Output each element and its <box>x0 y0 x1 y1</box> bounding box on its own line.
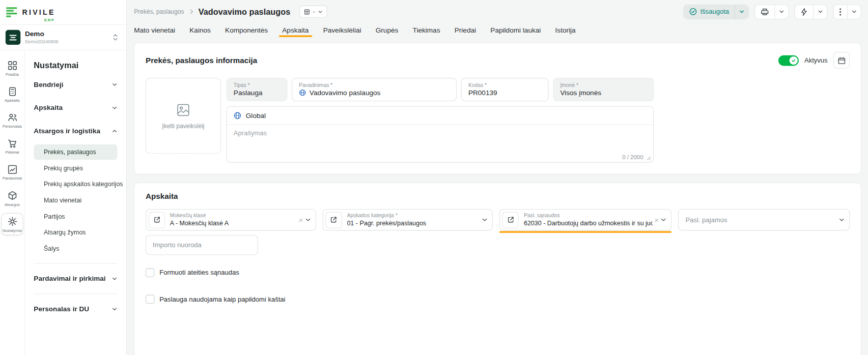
open-external-button[interactable] <box>325 212 342 228</box>
select-mokesciu-klase[interactable]: Mokesčių klasė A - Mokesčių klasė A × <box>146 209 316 230</box>
clear-icon[interactable]: × <box>653 216 660 224</box>
chevron-down-icon <box>851 9 857 14</box>
globe-icon <box>234 112 241 120</box>
actions-dropdown[interactable] <box>813 5 827 18</box>
chevron-up-icon <box>112 128 118 134</box>
save-options-dropdown[interactable] <box>735 5 748 18</box>
tab-istorija[interactable]: Istorija <box>548 23 582 37</box>
external-link-icon <box>153 216 160 223</box>
actions-button[interactable] <box>794 4 827 19</box>
description-placeholder: Aprašymas <box>234 129 267 137</box>
sidebar-item-prekiu-grupes[interactable]: Prekių grupės <box>34 160 117 175</box>
sidebar-item-prekiu-apskaitos-kategorijos[interactable]: Prekių apskaitos kategorijos <box>34 176 117 192</box>
external-link-icon <box>330 216 337 223</box>
image-upload-dropzone[interactable]: Įkelti paveikslėlį <box>146 78 221 154</box>
workspace-switcher[interactable]: Demo Demo20240906 <box>0 24 126 50</box>
chevron-down-icon <box>305 217 311 223</box>
rail-item-personalas[interactable]: Personalas <box>1 109 23 131</box>
checkbox-formuoti-ateities-sanaudas[interactable]: Formuoti ateities sąnaudas <box>146 268 850 277</box>
kebab-menu-icon <box>839 8 841 16</box>
tab-mato-vienetai[interactable]: Mato vienetai <box>134 23 182 37</box>
print-options-dropdown[interactable] <box>774 5 788 18</box>
divider <box>34 293 117 294</box>
more-menu-button[interactable] <box>833 4 861 19</box>
rail-item-nustatymai[interactable]: Nustatymai <box>1 213 23 235</box>
checkbox-paslauga-papildomi-kastai[interactable]: Paslauga naudojama kaip papildomi kaštai <box>146 295 850 304</box>
accounting-card: Apskaita Mokesčių klasė A - Mokesčių kla… <box>134 183 861 355</box>
chevron-down-icon <box>482 217 488 223</box>
description-language-selector[interactable]: Global <box>227 107 653 125</box>
sidebar-section-personalas-ir-du[interactable]: Personalas ir DU <box>34 298 121 321</box>
check-circle-icon <box>689 8 697 15</box>
chevron-updown-icon[interactable] <box>110 32 121 43</box>
tab-apskaita[interactable]: Apskaita <box>275 23 316 37</box>
calculator-icon <box>7 86 18 97</box>
clear-icon[interactable]: × <box>297 216 304 224</box>
open-external-button[interactable] <box>502 212 519 228</box>
divider <box>34 263 117 264</box>
product-info-card: Prekės, paslaugos informacija Aktyvus <box>134 43 861 174</box>
open-external-button[interactable] <box>148 212 165 228</box>
sidebar: RIVILE ERP Demo Demo20240906 Pradžia <box>0 0 127 355</box>
topbar-actions: Išsaugota <box>683 4 861 19</box>
sidebar-item-prekes-paslaugos[interactable]: Prekės, paslaugos <box>34 144 117 160</box>
page-title: Vadovavimo paslaugos <box>199 7 290 16</box>
sidebar-nav: Pradžia Apskaita Personalas Pirkimai Par… <box>0 50 126 355</box>
saved-label: Išsaugota <box>700 8 729 15</box>
breadcrumb[interactable]: Prekės, paslaugos <box>134 8 184 15</box>
select-apskaitos-kategorija[interactable]: Apskaitos kategorija * 01 - Pagr. prekės… <box>323 209 493 230</box>
chevron-down-icon <box>818 9 823 14</box>
tab-paveiksleliai[interactable]: Paveikslėliai <box>316 23 369 37</box>
more-menu-dropdown[interactable] <box>847 5 861 18</box>
gear-icon <box>7 216 18 227</box>
app-root: RIVILE ERP Demo Demo20240906 Pradžia <box>0 0 868 355</box>
workspace-avatar <box>6 30 20 45</box>
chevron-down-icon <box>838 217 845 223</box>
calendar-button[interactable] <box>833 52 850 69</box>
chevron-down-icon <box>112 105 118 111</box>
chevron-down-icon <box>112 276 118 282</box>
sidebar-item-atsargu-zymos[interactable]: Atsargų žymos <box>34 224 117 240</box>
tab-papildomi-laukai[interactable]: Papildomi laukai <box>483 23 548 37</box>
tab-bar: Mato vienetai Kainos Komponentės Apskait… <box>127 23 868 37</box>
sidebar-item-mato-vienetai[interactable]: Mato vienetai <box>34 192 117 208</box>
description-textarea[interactable]: Aprašymas <box>227 125 653 154</box>
select-pasl-pajamos[interactable]: Pasl. pajamos <box>678 209 850 230</box>
view-selector[interactable]: - <box>300 6 327 18</box>
home-grid-icon <box>7 61 18 71</box>
resize-handle[interactable] <box>647 156 651 161</box>
tab-grupes[interactable]: Grupės <box>369 23 406 37</box>
rail-item-apskaita[interactable]: Apskaita <box>1 83 23 105</box>
select-pasl-sanaudos[interactable]: Pasl. sąnaudos 62030 - Darbuotojų darbo … <box>499 209 671 230</box>
tab-tiekimas[interactable]: Tiekimas <box>405 23 447 37</box>
rail-item-atsargos[interactable]: Atsargos <box>1 187 23 209</box>
panel-title: Nustatymai <box>34 61 121 70</box>
rail-item-pirkimai[interactable]: Pirkimai <box>1 135 23 157</box>
tab-kainos[interactable]: Kainos <box>182 23 218 37</box>
importo-nuoroda-input[interactable] <box>146 235 258 255</box>
checkbox-box[interactable] <box>146 295 154 304</box>
sidebar-section-apskaita[interactable]: Apskaita <box>34 96 121 120</box>
field-kodas[interactable]: Kodas * PR00139 <box>461 78 549 101</box>
chevron-down-icon <box>112 306 118 312</box>
rail-item-pradzia[interactable]: Pradžia <box>1 57 23 79</box>
brand-logo[interactable]: RIVILE ERP <box>0 0 126 24</box>
save-status-button[interactable]: Išsaugota <box>683 4 749 19</box>
rivile-logo-icon <box>6 7 17 17</box>
description-box: Global Aprašymas 0 / 2000 <box>227 106 654 163</box>
sidebar-section-atsargos-ir-logistika[interactable]: Atsargos ir logistika <box>34 120 121 143</box>
checkbox-box[interactable] <box>146 268 154 277</box>
page-content: Prekės, paslaugos informacija Aktyvus <box>127 37 868 355</box>
sidebar-section-bendrieji[interactable]: Bendrieji <box>34 73 121 97</box>
lightning-icon <box>800 8 807 16</box>
sidebar-section-pardavimai-ir-pirkimai[interactable]: Pardavimai ir pirkimai <box>34 267 121 290</box>
active-toggle[interactable] <box>778 55 799 66</box>
tab-priedai[interactable]: Priedai <box>447 23 484 37</box>
sidebar-item-partijos[interactable]: Partijos <box>34 209 117 224</box>
field-pavadinimas[interactable]: Pavadinimas * Vadovavimo paslaugos <box>292 78 457 101</box>
rail-item-pardavimai[interactable]: Pardavimai <box>1 161 23 183</box>
sidebar-item-salys[interactable]: Šalys <box>34 241 117 256</box>
tab-komponentes[interactable]: Komponentės <box>218 23 275 37</box>
workspace-name: Demo <box>25 30 59 39</box>
print-button[interactable] <box>754 4 789 19</box>
